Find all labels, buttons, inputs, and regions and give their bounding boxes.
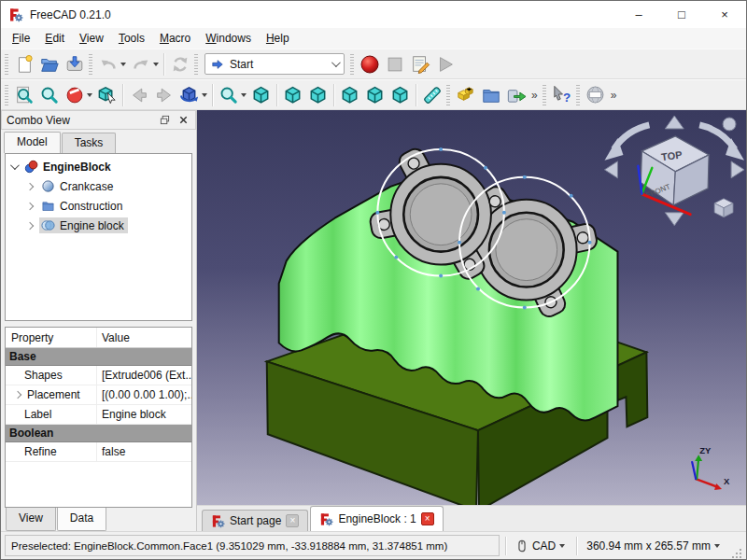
tree-row[interactable]: Construction [6, 196, 191, 216]
dock-close-button[interactable] [176, 113, 190, 128]
refresh-button[interactable] [167, 51, 192, 77]
tab-data[interactable]: Data [57, 508, 106, 531]
tab-close-button[interactable]: × [286, 514, 299, 527]
tree-item-engine-block[interactable]: Engine block [39, 217, 128, 233]
tab-view[interactable]: View [6, 508, 56, 531]
menu-help[interactable]: Help [259, 30, 297, 47]
toolbar-separator [122, 84, 123, 106]
nav-style-selector[interactable]: CAD [512, 539, 571, 553]
menu-file[interactable]: File [5, 30, 37, 47]
workbench-selector[interactable]: Start [204, 53, 345, 75]
property-group-base[interactable]: Base [6, 348, 191, 366]
close-button[interactable]: × [703, 1, 746, 28]
property-group-boolean[interactable]: Boolean [6, 425, 191, 442]
redo-button[interactable] [128, 51, 153, 77]
macro-play-button[interactable] [432, 51, 458, 77]
macro-stop-button[interactable] [382, 51, 407, 77]
fit-selection-button[interactable] [36, 82, 62, 107]
tree-item-engineblock[interactable]: EngineBlock [22, 159, 115, 175]
toolbar-grip[interactable] [194, 54, 198, 75]
property-value[interactable]: Engine block [97, 408, 191, 421]
redo-dropdown-caret[interactable] [153, 63, 159, 66]
view-bottom-button[interactable] [388, 82, 413, 107]
zoom-button[interactable] [216, 82, 241, 107]
toolbar-overflow-button[interactable]: » [529, 89, 541, 102]
tree-item-crankcase[interactable]: Crankcase [39, 178, 117, 194]
navigation-cube[interactable]: TOP FRONT [605, 116, 744, 226]
nav-back-button[interactable] [126, 82, 151, 107]
view-dimensions-selector[interactable]: 360.94 mm x 265.57 mm [583, 539, 726, 553]
view-right-button[interactable] [337, 82, 362, 107]
draw-style-dropdown-caret[interactable] [87, 93, 92, 97]
property-row-refine[interactable]: Refine false [6, 442, 191, 462]
minimize-button[interactable]: – [617, 1, 660, 28]
save-document-button[interactable] [62, 51, 87, 77]
macro-record-button[interactable] [357, 51, 382, 77]
draw-style-button[interactable] [62, 82, 87, 107]
tab-engineblock[interactable]: EngineBlock : 1 × [310, 506, 443, 531]
new-document-button[interactable] [11, 51, 36, 77]
view-axonometric-button[interactable] [248, 82, 274, 107]
expander-closed-icon[interactable] [22, 184, 37, 189]
toolbar-grip[interactable] [5, 54, 8, 75]
open-document-button[interactable] [36, 51, 62, 77]
maximize-button[interactable]: □ [660, 1, 703, 28]
property-value[interactable]: [(0.00 0.00 1.00);... [97, 388, 191, 401]
zoom-dropdown-caret[interactable] [241, 93, 247, 97]
fit-all-button[interactable] [11, 82, 36, 107]
whats-this-button[interactable] [549, 82, 574, 107]
property-row-shapes[interactable]: Shapes [Extrude006 (Ext... [6, 366, 191, 385]
part-button[interactable] [453, 82, 478, 107]
orbit-cube-icon [178, 84, 200, 105]
tree-row[interactable]: Engine block [6, 216, 191, 235]
expander-open-icon[interactable] [6, 163, 21, 170]
tab-tasks[interactable]: Tasks [62, 133, 117, 153]
macro-edit-button[interactable] [407, 51, 432, 77]
nav-forward-button[interactable] [151, 82, 176, 107]
nav-back-icon [129, 85, 149, 105]
resize-grip[interactable] [731, 548, 742, 559]
menu-view[interactable]: View [72, 30, 111, 47]
tree-item-construction[interactable]: Construction [39, 198, 126, 214]
viewport-3d[interactable]: TOP FRONT [197, 110, 746, 505]
open-website-button[interactable] [583, 82, 608, 107]
measure-button[interactable] [419, 82, 444, 107]
undo-button[interactable] [95, 51, 120, 77]
menu-tools[interactable]: Tools [111, 30, 152, 47]
menu-edit[interactable]: Edit [37, 30, 72, 47]
property-column-header[interactable]: Property [6, 328, 97, 347]
expander-closed-icon[interactable] [11, 392, 24, 398]
toolbar-grip[interactable] [576, 85, 580, 105]
expander-closed-icon[interactable] [22, 223, 37, 229]
view-rear-button[interactable] [362, 82, 388, 107]
orbit-dropdown-caret[interactable] [202, 93, 207, 97]
property-row-label[interactable]: Label Engine block [6, 405, 191, 425]
tab-close-button[interactable]: × [421, 512, 434, 525]
window-title: FreeCAD 0.21.0 [30, 8, 111, 21]
export-button[interactable] [503, 82, 529, 107]
property-row-placement[interactable]: Placement [(0.00 0.00 1.00);... [6, 385, 191, 405]
open-part-folder-button[interactable] [478, 82, 503, 107]
value-column-header[interactable]: Value [97, 331, 191, 344]
toolbar-grip[interactable] [89, 54, 92, 75]
property-value[interactable]: false [97, 445, 191, 458]
tab-start-page[interactable]: Start page × [202, 510, 308, 531]
view-front-button[interactable] [280, 82, 305, 107]
expander-closed-icon[interactable] [22, 203, 37, 209]
orbit-cube-button[interactable] [176, 82, 202, 107]
tree-row[interactable]: EngineBlock [6, 157, 191, 176]
view-top-button[interactable] [305, 82, 331, 107]
toolbar-grip[interactable] [5, 85, 8, 105]
toolbar-grip[interactable] [543, 85, 546, 105]
tree-row[interactable]: Crankcase [6, 176, 191, 196]
menu-macro[interactable]: Macro [152, 30, 198, 47]
menu-windows[interactable]: Windows [198, 30, 259, 47]
dock-float-button[interactable] [157, 113, 172, 128]
toolbar-grip[interactable] [350, 54, 354, 75]
tab-model[interactable]: Model [4, 132, 61, 153]
toolbar-overflow-button[interactable]: » [608, 89, 620, 102]
property-value[interactable]: [Extrude006 (Ext... [97, 369, 191, 382]
box-zoom-select-button[interactable] [94, 82, 120, 107]
undo-dropdown-caret[interactable] [120, 63, 126, 66]
toolbar-grip[interactable] [446, 85, 450, 105]
